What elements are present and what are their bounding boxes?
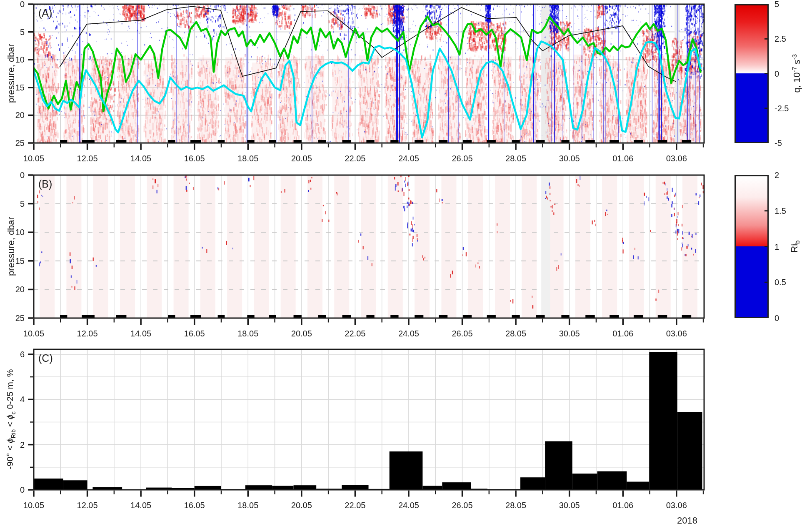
- histogram-bar: [572, 474, 597, 490]
- svg-text:1: 1: [775, 242, 779, 251]
- histogram-bar: [520, 477, 545, 490]
- figure-root: 10.0512.0514.0516.0518.0520.0522.0524.05…: [0, 0, 812, 529]
- svg-text:24.05: 24.05: [398, 501, 419, 510]
- svg-text:30.05: 30.05: [559, 154, 580, 163]
- histogram-bar: [122, 489, 146, 490]
- panel-b-y-axis-title: pressure, dbar: [6, 184, 17, 309]
- panel-c-y-axis-title: -90° < ϕRib < ϕc 0-25 m, %: [5, 323, 16, 515]
- histogram-bar: [92, 487, 122, 490]
- svg-text:-5: -5: [775, 138, 782, 148]
- panel-a-heatmap: [34, 4, 704, 143]
- svg-text:18.05: 18.05: [237, 329, 258, 338]
- histogram-bar: [342, 485, 368, 490]
- svg-text:2.5: 2.5: [775, 34, 786, 43]
- svg-text:5: 5: [775, 0, 779, 9]
- svg-text:10.05: 10.05: [23, 501, 44, 510]
- c-ylabel-part2: <: [5, 419, 15, 429]
- svg-text:0: 0: [20, 0, 25, 9]
- year-label: 2018: [572, 515, 697, 526]
- cbar-b-title-part1: Ri: [789, 244, 800, 253]
- svg-text:-2.5: -2.5: [775, 104, 789, 113]
- colorbar-a-title: q, 10-7 s-3: [791, 15, 802, 132]
- histogram-bar: [597, 471, 627, 490]
- svg-text:2: 2: [775, 170, 779, 180]
- svg-text:15: 15: [15, 256, 25, 266]
- svg-text:0.5: 0.5: [775, 278, 786, 287]
- svg-text:03.06: 03.06: [666, 154, 687, 163]
- svg-text:01.06: 01.06: [612, 154, 633, 163]
- svg-text:0: 0: [20, 485, 25, 494]
- histogram-bar: [422, 486, 442, 490]
- cbar-a-title-sup1: -7: [791, 67, 798, 72]
- svg-text:25: 25: [15, 138, 25, 148]
- histogram-bar: [442, 482, 471, 490]
- svg-text:24.05: 24.05: [398, 329, 419, 338]
- svg-text:24.05: 24.05: [398, 154, 419, 163]
- svg-text:12.05: 12.05: [77, 501, 98, 510]
- svg-text:15: 15: [15, 83, 25, 92]
- histogram-bar: [369, 489, 390, 490]
- histogram-bar: [627, 481, 649, 490]
- c-ylabel-part1: -90° <: [5, 443, 15, 469]
- panel-b-heatmap: [34, 175, 704, 318]
- panel-a-y-axis-title: pressure, dbar: [6, 11, 17, 136]
- svg-text:28.05: 28.05: [505, 501, 526, 510]
- svg-text:10.05: 10.05: [23, 329, 44, 338]
- svg-text:20.05: 20.05: [291, 154, 312, 163]
- svg-text:6: 6: [20, 350, 25, 359]
- svg-text:0: 0: [20, 170, 25, 180]
- panel-c-label: (C): [38, 352, 53, 364]
- svg-text:22.05: 22.05: [345, 501, 365, 510]
- svg-text:0: 0: [775, 69, 779, 78]
- panel-a-label: (A): [38, 7, 52, 19]
- svg-text:22.05: 22.05: [345, 329, 365, 338]
- svg-text:16.05: 16.05: [184, 154, 205, 163]
- svg-text:12.05: 12.05: [77, 154, 98, 163]
- svg-text:20.05: 20.05: [291, 329, 312, 338]
- svg-text:16.05: 16.05: [184, 329, 205, 338]
- histogram-bar: [272, 486, 293, 490]
- phi-c-symbol: ϕ: [5, 414, 15, 419]
- svg-text:14.05: 14.05: [130, 329, 151, 338]
- c-ylabel-sub-c: c: [10, 411, 17, 414]
- svg-text:10.05: 10.05: [23, 154, 44, 163]
- histogram-bar: [245, 485, 272, 490]
- colorbar-b: [735, 175, 769, 318]
- svg-text:18.05: 18.05: [237, 501, 258, 510]
- svg-text:10: 10: [15, 228, 25, 237]
- histogram-bar: [471, 489, 487, 490]
- svg-text:5: 5: [20, 28, 25, 37]
- svg-text:30.05: 30.05: [559, 501, 580, 510]
- histogram-bar: [294, 485, 317, 490]
- svg-text:03.06: 03.06: [666, 329, 687, 338]
- svg-text:28.05: 28.05: [505, 329, 526, 338]
- svg-text:26.05: 26.05: [452, 329, 472, 338]
- svg-text:4: 4: [20, 395, 25, 404]
- phi-rib-symbol: ϕ: [5, 438, 15, 443]
- svg-text:20: 20: [15, 285, 25, 294]
- histogram-bar: [63, 480, 87, 490]
- svg-text:18.05: 18.05: [237, 154, 258, 163]
- histogram-bar: [649, 352, 677, 490]
- c-ylabel-sub-rib: Rib: [10, 429, 17, 438]
- histogram-bar: [195, 486, 221, 490]
- svg-text:5: 5: [20, 199, 25, 208]
- colorbar-b-title: Rib: [789, 221, 801, 271]
- svg-text:0: 0: [775, 313, 779, 323]
- colorbar-a: [735, 4, 769, 143]
- cbar-a-title-sup2: -3: [791, 54, 798, 60]
- panel-b-label: (B): [38, 178, 52, 190]
- histogram-bar: [390, 451, 423, 490]
- svg-text:25: 25: [15, 313, 25, 323]
- histogram-bar: [545, 441, 572, 490]
- cbar-a-title-part2: s: [792, 60, 802, 67]
- svg-text:28.05: 28.05: [505, 154, 526, 163]
- svg-text:22.05: 22.05: [345, 154, 365, 163]
- svg-text:12.05: 12.05: [77, 329, 98, 338]
- svg-text:01.06: 01.06: [612, 329, 633, 338]
- cbar-a-title-part1: q, 10: [792, 73, 802, 93]
- histogram-bar: [172, 488, 195, 490]
- svg-text:03.06: 03.06: [666, 501, 687, 510]
- svg-text:26.05: 26.05: [452, 501, 472, 510]
- histogram-bar: [487, 489, 520, 490]
